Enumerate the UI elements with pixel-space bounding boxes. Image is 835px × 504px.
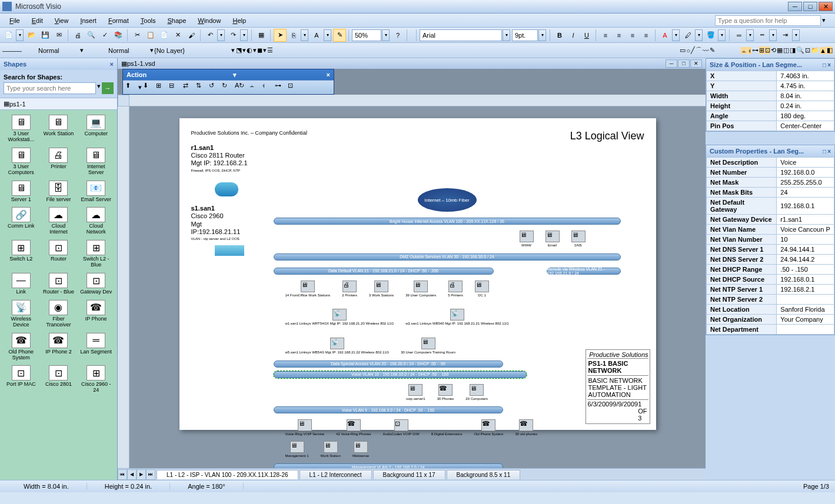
ruler-horizontal[interactable] (129, 95, 706, 106)
shadow-button[interactable]: ◼ (257, 46, 262, 54)
pan-zoom-button[interactable]: ⊡ (805, 46, 810, 54)
device-phones30[interactable]: ☎30 Phones (437, 384, 454, 401)
align-shapes-button[interactable]: ⫠ (741, 47, 747, 54)
ink-tool-button[interactable]: ✎ (333, 29, 346, 42)
shape-item[interactable]: 🖥3 User Computers (4, 146, 39, 177)
shape-item[interactable]: ⊞Switch L2 (4, 239, 39, 269)
connector-dropdown[interactable]: ▾ (301, 29, 308, 41)
internet-cloud-icon[interactable]: Internet – 10mb Fiber (418, 188, 477, 212)
line-color-button[interactable]: 🖊 (681, 29, 694, 42)
fill-style-combo[interactable]: Normal (108, 47, 149, 54)
tab-page-4[interactable]: Background 8.5 x 11 (447, 470, 521, 479)
fill-color-dropdown[interactable]: ▾ (718, 29, 726, 41)
pencil-tool-button[interactable]: ✎ (710, 46, 715, 54)
text-dropdown[interactable]: ▾ (324, 29, 331, 41)
device-oldphones35[interactable]: ☎35 old phones (515, 419, 537, 436)
rectangle-tool-button[interactable]: ▭ (680, 46, 686, 54)
drawing-canvas[interactable]: Productive Solutions Inc. – Company Conf… (179, 118, 656, 430)
align-button[interactable]: ⫠ (249, 82, 261, 94)
device-w5[interactable]: 📡w5.san1 Linksys WB54G Mgt IP: 192.168.2… (285, 338, 390, 355)
fill-color-button[interactable]: 🪣 (704, 29, 717, 42)
line-tool-button[interactable]: ╱ (691, 46, 695, 54)
prop-value[interactable]: .50 - .150 (777, 265, 834, 275)
segment-special[interactable]: Data Special Access VLAN 20 - 168.20.0 /… (274, 361, 503, 368)
shape-item[interactable]: 📡Wireless Device (4, 299, 39, 329)
fontsize-combo[interactable]: 9pt. (512, 29, 538, 41)
prop-value[interactable]: 8.04 in. (777, 91, 834, 101)
flip-h-button[interactable]: ⇄ (183, 82, 195, 94)
bold-button[interactable]: B (553, 29, 566, 42)
shape-item[interactable]: ☎Old Phone System (4, 332, 39, 362)
device-www[interactable]: 🖥WWW (520, 231, 534, 248)
shape-item[interactable]: ⊡Router (41, 239, 76, 269)
shapes-window-button[interactable]: ▦ (255, 29, 268, 42)
lay-out-button[interactable]: ⊡ (765, 46, 770, 54)
flip-v-button[interactable]: ⇅ (196, 82, 208, 94)
line-ends-dropdown[interactable]: ▾ (792, 29, 800, 41)
open-button[interactable]: 📂 (25, 29, 38, 42)
layout-button[interactable]: ⊡ (288, 82, 300, 94)
segment-isp[interactable]: Bright House Internet Access VLAN 100 - … (274, 218, 621, 225)
distribute-button[interactable]: ⫞ (748, 47, 751, 54)
layout-shapes-button[interactable]: ⊞ (759, 46, 764, 54)
email-button[interactable]: ✉ (52, 29, 65, 42)
maximize-button[interactable]: □ (803, 2, 817, 11)
device-printers2[interactable]: 🖨2 Printers (342, 281, 357, 298)
freeform-tool-button[interactable]: 〰 (703, 47, 709, 54)
send-back-button[interactable]: ⬇ (143, 82, 155, 94)
prop-value[interactable]: 4.745 in. (777, 81, 834, 91)
shape-item[interactable]: 🔗Comm Link (4, 206, 39, 236)
device-ws3[interactable]: 🖥3 Work Stations (369, 281, 394, 298)
shape-item[interactable]: —Link (4, 272, 39, 296)
align-center-button[interactable]: ≡ (613, 29, 626, 42)
tab-first-button[interactable]: ⏮ (118, 469, 127, 480)
text-tool-button[interactable]: A (310, 29, 323, 42)
prop-value[interactable]: 192.168.0.1 (777, 275, 834, 285)
copy-button[interactable]: 📋 (144, 29, 157, 42)
router-icon[interactable] (215, 182, 238, 196)
device-printers5[interactable]: 🖨5 Printers (448, 281, 463, 298)
prop-value[interactable]: 24 (777, 188, 834, 198)
new-dropdown[interactable]: ▾ (16, 29, 24, 41)
tab-next-button[interactable]: ▶ (137, 469, 146, 480)
shape-item[interactable]: 💻Computer (78, 114, 114, 144)
connect-shapes-button[interactable]: ⊶ (752, 46, 759, 54)
tab-page-3[interactable]: Background 11 x 17 (373, 470, 445, 479)
prop-value[interactable]: 180 deg. (777, 111, 834, 121)
prop-value[interactable]: Your Company (777, 315, 834, 325)
undo-dropdown[interactable]: ▾ (217, 29, 225, 41)
underline-button[interactable]: U (580, 29, 593, 42)
shape-item[interactable]: ☁Cloud Network (78, 206, 114, 236)
zoom-dropdown[interactable]: ▾ (382, 29, 390, 41)
shape-item[interactable]: 🖨Printer (41, 146, 76, 177)
action-dropdown-icon[interactable]: ▾ (233, 71, 237, 79)
shape-item[interactable]: 🖥Work Station (41, 114, 76, 144)
prop-value[interactable]: 10 (777, 235, 834, 245)
size-panel-restore-icon[interactable]: □ (823, 62, 826, 68)
device-dc1[interactable]: 🖥DC 1 (475, 281, 489, 298)
cut-button[interactable]: ✂ (131, 29, 144, 42)
connect-button[interactable]: ⊶ (275, 82, 287, 94)
shapes-search-input[interactable] (4, 82, 96, 94)
prop-value[interactable]: 7.4063 in. (777, 71, 834, 81)
group-button[interactable]: ⊞ (156, 82, 168, 94)
fragment-button[interactable]: ◨ (790, 46, 796, 54)
fill-style-dropdown[interactable]: ▾ (150, 46, 154, 54)
menu-insert[interactable]: Insert (74, 15, 102, 26)
delete-button[interactable]: ✕ (171, 29, 184, 42)
tab-prev-button[interactable]: ◀ (127, 469, 137, 480)
shape-item[interactable]: 🖥Internet Server (78, 146, 114, 177)
doc-maximize-button[interactable]: □ (678, 59, 690, 68)
pointer-tool-button[interactable]: ➤ (274, 29, 287, 42)
menu-tools[interactable]: Tools (135, 15, 162, 26)
bring-front-dropdown[interactable]: ▾ (138, 84, 142, 91)
corner-dropdown[interactable]: ▾ (242, 46, 246, 54)
segment-voice[interactable]: Voice VLAN 10 - 192.168.10.0 / 24 - DHCP… (274, 371, 527, 378)
save-button[interactable]: 💾 (39, 29, 52, 42)
new-button[interactable]: 📄 (2, 29, 15, 42)
line-pattern-dropdown[interactable]: ▾ (769, 29, 777, 41)
line-pattern-button[interactable]: ┅ (756, 29, 769, 42)
line-style-dropdown[interactable]: ▾ (80, 46, 84, 54)
font-color-button[interactable]: A (658, 29, 671, 42)
device-audiocodes[interactable]: ⊡AudioCodes VOIP G/W (382, 419, 419, 436)
